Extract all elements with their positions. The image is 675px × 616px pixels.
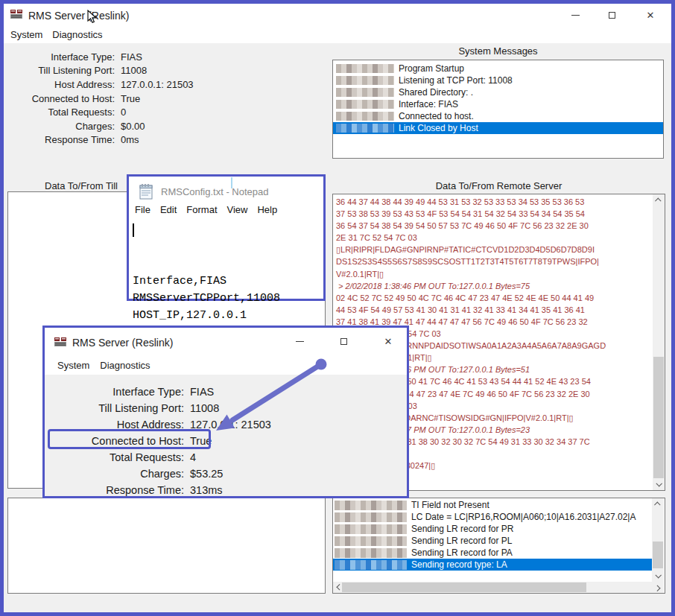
- hex-line: 02 4C 52 7C 52 49 50 4C 7C 46 4C 47 23 4…: [336, 292, 641, 304]
- system-message-row[interactable]: Interface: FIAS: [333, 98, 663, 110]
- log-row[interactable]: LC Date = LC|RP16,ROOM|A060;10|A16.2031|…: [333, 511, 652, 523]
- hex-line: 36 44 37 44 38 44 39 49 44 53 31 53 32 5…: [336, 196, 641, 208]
- main-menubar: SystemDiagnostics: [10, 27, 103, 43]
- stat-label: Charges:: [10, 121, 115, 132]
- scroll-thumb[interactable]: [342, 582, 586, 592]
- scroll-right-button[interactable]: [652, 582, 664, 593]
- menu-item[interactable]: System: [57, 356, 89, 375]
- stat-value: 11008: [190, 402, 219, 414]
- maximize-button[interactable]: [332, 332, 355, 350]
- system-message-row[interactable]: Connected to host.: [333, 110, 663, 122]
- maximize-button[interactable]: [600, 6, 623, 24]
- hex-line: V#2.0.1|RT|▯: [336, 268, 641, 280]
- window-controls: ✕: [288, 332, 399, 350]
- minimize-button[interactable]: [564, 6, 586, 24]
- stat-row: Total Requests: 0: [10, 105, 194, 119]
- hex-line: DS1S2S3S4S5S6S7S8S9SCSOSTT1T2T3T4T5T6T7T…: [336, 255, 641, 267]
- menu-item[interactable]: Help: [257, 203, 277, 217]
- stat-value: 11008: [121, 65, 147, 76]
- main-window-title: RMS Server (Reslink): [28, 10, 129, 22]
- log-row[interactable]: TI Field not Present: [333, 499, 652, 511]
- stat-value: 4: [190, 451, 196, 463]
- connection-stats: Interface Type: FIAS Till Listening Port…: [10, 50, 194, 147]
- log-hscrollbar[interactable]: [333, 582, 664, 593]
- stat-row: Till Listening Port: 11008: [10, 64, 194, 78]
- maximize-icon: [340, 338, 347, 345]
- log-row[interactable]: Sending record type: LA: [333, 559, 652, 571]
- blurred-timestamp: [336, 76, 394, 85]
- log-vscrollbar[interactable]: [652, 498, 664, 582]
- menu-item[interactable]: Format: [186, 203, 217, 217]
- system-message-row[interactable]: Shared Directory: .: [333, 86, 663, 98]
- chevron-down-icon: [655, 572, 661, 578]
- blurred-timestamp: [336, 88, 394, 97]
- scroll-thumb[interactable]: [653, 542, 663, 568]
- blurred-timestamp: [336, 64, 394, 73]
- stat-label: Till Listening Port:: [54, 402, 184, 414]
- overlay-menubar: SystemDiagnostics: [45, 356, 407, 375]
- log-text: Sending LR record for PA: [411, 547, 513, 558]
- blurred-timestamp: [336, 124, 394, 133]
- close-icon: ✕: [647, 10, 655, 20]
- hex-line: 37 53 38 53 39 53 43 53 4F 53 54 54 31 5…: [336, 208, 641, 220]
- menu-item[interactable]: Diagnostics: [100, 356, 150, 375]
- system-message-row[interactable]: Program Startup: [333, 63, 663, 74]
- blurred-timestamp: [335, 536, 407, 546]
- app-icon: [10, 7, 23, 24]
- notepad-line: RMSServerTCPPort,11008: [133, 290, 280, 307]
- rms-overlay-window[interactable]: RMS Server (Reslink) ✕ SystemDiagnostics…: [42, 326, 409, 498]
- system-message-text: Program Startup: [399, 63, 464, 74]
- remote-vscrollbar[interactable]: [653, 194, 665, 490]
- stat-value: $0.00: [121, 121, 145, 132]
- scroll-thumb[interactable]: [653, 357, 664, 479]
- system-message-text: Link Closed by Host: [399, 123, 478, 133]
- system-message-text: Connected to host.: [399, 111, 474, 121]
- close-button[interactable]: ✕: [377, 332, 399, 350]
- log-row[interactable]: Sending LR record for PR: [333, 523, 652, 535]
- system-messages-list[interactable]: Program Startup Listening at TCP Port: 1…: [332, 60, 664, 159]
- blurred-timestamp: [335, 560, 407, 570]
- log-text: Sending record type: LA: [411, 559, 507, 570]
- stat-value: 313ms: [190, 484, 223, 496]
- log-row[interactable]: Sending LR record for PA: [333, 547, 652, 559]
- scroll-up-button[interactable]: [652, 498, 664, 510]
- stat-label: Interface Type:: [54, 386, 184, 398]
- scroll-down-button[interactable]: [653, 478, 665, 490]
- chevron-up-icon: [654, 501, 660, 507]
- log-text: Sending LR record for PR: [411, 524, 513, 534]
- hex-line: > 2/02/2018 1:38:46 PM OUT To:127.0.0.1 …: [336, 280, 641, 292]
- stat-row: Response Time: 0ms: [10, 133, 194, 147]
- log-row[interactable]: Sending LR record for PL: [333, 535, 652, 547]
- app-icon: [54, 335, 67, 352]
- close-icon: ✕: [384, 337, 393, 346]
- chevron-up-icon: [655, 197, 661, 203]
- hex-line: 36 54 37 54 38 54 39 54 50 57 53 7C 49 4…: [336, 220, 641, 232]
- till-log-panel[interactable]: [7, 498, 326, 594]
- scroll-up-button[interactable]: [653, 194, 665, 206]
- scroll-down-button[interactable]: [652, 570, 664, 582]
- remote-log-list[interactable]: TI Field not Present LC Date = LC|RP16,R…: [333, 499, 652, 582]
- stat-value: FIAS: [121, 51, 142, 63]
- close-button[interactable]: ✕: [639, 6, 662, 24]
- stat-value: True: [121, 93, 140, 104]
- menu-item[interactable]: Diagnostics: [52, 27, 102, 43]
- notepad-window[interactable]: RMSConfig.txt - Notepad FileEditFormatVi…: [127, 174, 326, 301]
- menu-item[interactable]: File: [135, 203, 150, 217]
- stat-value: 127.0.0.1: 21503: [121, 79, 194, 90]
- menu-item[interactable]: Edit: [160, 203, 177, 217]
- notepad-text[interactable]: Interface,FIASRMSServerTCPPort,11008HOST…: [133, 221, 280, 341]
- stat-label: Host Address:: [10, 79, 115, 90]
- overlay-window-title: RMS Server (Reslink): [72, 337, 173, 349]
- stat-row: Total Requests: 4: [54, 449, 271, 466]
- stat-row: Interface Type: FIAS: [10, 50, 194, 64]
- system-message-text: Listening at TCP Port: 11008: [399, 75, 513, 86]
- stat-value: 0: [121, 107, 126, 118]
- minimize-button[interactable]: [288, 332, 311, 350]
- hex-line: 44 53 4F 54 49 57 53 41 30 41 31 41 32 4…: [336, 304, 641, 316]
- system-message-row[interactable]: Link Closed by Host: [333, 122, 663, 134]
- menu-item[interactable]: View: [227, 203, 248, 217]
- system-message-row[interactable]: Listening at TCP Port: 11008: [333, 74, 663, 86]
- stat-label: Interface Type:: [10, 51, 115, 63]
- menu-item[interactable]: System: [10, 27, 42, 43]
- stat-label: Total Requests:: [10, 107, 115, 118]
